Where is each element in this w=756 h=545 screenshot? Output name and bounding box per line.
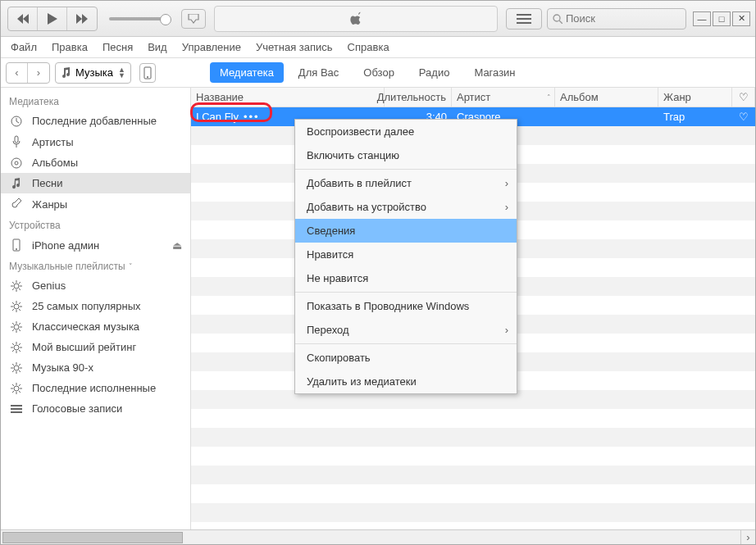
sidebar-item[interactable]: Genius (1, 275, 190, 296)
svg-line-1 (559, 20, 562, 24)
menu-separator (295, 169, 517, 170)
track-genre: Trap (658, 111, 732, 123)
svg-point-9 (16, 248, 17, 250)
gear-icon (9, 342, 24, 353)
sidebar-item[interactable]: Классическая музыка (1, 316, 190, 337)
gear-icon (9, 301, 24, 312)
airplay-button[interactable] (181, 9, 206, 29)
table-row (191, 466, 755, 484)
main-tabs: Медиатека Для Вас Обзор Радио Магазин (210, 62, 526, 83)
menu-account[interactable]: Учетная запись (249, 39, 339, 55)
context-menu-item[interactable]: Скопировать (295, 346, 517, 370)
column-headers: Название Длительность Артист˄ Альбом Жан… (191, 88, 755, 107)
prev-button[interactable] (8, 7, 38, 30)
sidebar-item[interactable]: Песни (1, 173, 190, 193)
mic-icon (9, 135, 24, 148)
love-icon[interactable]: ♡ (732, 111, 755, 123)
context-menu-item[interactable]: Переход (295, 318, 517, 342)
menu-help[interactable]: Справка (341, 39, 396, 55)
svg-point-15 (14, 386, 19, 391)
sidebar-item-label: Песни (32, 177, 63, 189)
context-menu-item[interactable]: Показать в Проводнике Windows (295, 294, 517, 318)
tab-radio[interactable]: Радио (409, 62, 460, 83)
scrollbar-thumb[interactable] (2, 532, 183, 543)
track-name: I Can Fly (196, 111, 239, 123)
context-menu-item[interactable]: Удалить из медиатеки (295, 370, 517, 393)
col-genre[interactable]: Жанр (658, 88, 732, 107)
sidebar-item[interactable]: 25 самых популярных (1, 296, 190, 316)
sidebar-item-label: Genius (32, 279, 66, 292)
menu-file[interactable]: Файл (4, 39, 43, 55)
context-menu-item[interactable]: Включить станцию (295, 143, 517, 167)
sidebar-item[interactable]: Голосовые записи (1, 398, 190, 419)
sidebar-item[interactable]: Последние добавленные (1, 111, 190, 131)
menu-song[interactable]: Песня (96, 39, 139, 55)
sidebar-group-header: Устройства (1, 215, 190, 234)
sidebar-item[interactable]: Артисты (1, 131, 190, 152)
menu-view[interactable]: Вид (141, 39, 174, 55)
minimize-button[interactable]: — (693, 11, 711, 26)
music-note-icon (61, 67, 71, 79)
media-picker-label: Музыка (75, 66, 113, 79)
sidebar-item[interactable]: Жанры (1, 193, 190, 215)
menu-controls[interactable]: Управление (175, 39, 248, 55)
sidebar-item[interactable]: iPhone админ⏏ (1, 234, 190, 256)
table-row (191, 409, 755, 428)
next-button[interactable] (67, 7, 97, 30)
sidebar-item-label: Классическая музыка (32, 320, 139, 333)
svg-point-0 (553, 15, 560, 21)
context-menu-item[interactable]: Нравится (295, 243, 517, 266)
search-box[interactable] (547, 8, 686, 30)
menu-edit[interactable]: Правка (45, 39, 94, 55)
svg-point-12 (14, 325, 19, 329)
tab-store[interactable]: Магазин (464, 62, 525, 83)
tab-browse[interactable]: Обзор (353, 62, 404, 83)
play-button[interactable] (38, 7, 67, 30)
close-button[interactable]: ✕ (732, 11, 750, 26)
gear-icon (9, 321, 24, 333)
col-artist[interactable]: Артист˄ (452, 88, 555, 107)
sidebar-item[interactable]: Альбомы (1, 152, 190, 173)
svg-rect-5 (15, 136, 18, 143)
col-duration[interactable]: Длительность (385, 88, 452, 107)
context-menu-item[interactable]: Сведения (295, 219, 517, 243)
nav-back[interactable]: ‹ (7, 63, 28, 83)
titlebar: — □ ✕ (1, 1, 755, 37)
svg-point-10 (14, 284, 19, 288)
context-menu-item[interactable]: Добавить на устройство (295, 195, 517, 219)
more-icon[interactable]: ••• (244, 111, 260, 123)
apple-logo-icon (348, 11, 363, 26)
sidebar-item[interactable]: Музыка 90-х (1, 357, 190, 378)
sidebar-item-label: Последние исполненные (32, 382, 156, 394)
window-controls: — □ ✕ (693, 11, 750, 26)
tab-foryou[interactable]: Для Вас (289, 62, 348, 83)
maximize-button[interactable]: □ (713, 11, 731, 26)
col-album[interactable]: Альбом (555, 88, 658, 107)
context-menu-item[interactable]: Добавить в плейлист (295, 171, 517, 195)
context-menu-item[interactable]: Воспроизвести далее (295, 120, 517, 143)
menubar: Файл Правка Песня Вид Управление Учетная… (1, 37, 755, 58)
tab-library[interactable]: Медиатека (210, 62, 284, 83)
search-input[interactable] (566, 12, 664, 25)
sidebar-item[interactable]: Последние исполненные (1, 378, 190, 398)
nav-forward[interactable]: › (28, 63, 49, 83)
col-name[interactable]: Название (191, 88, 385, 107)
scroll-right-button[interactable]: › (740, 530, 755, 544)
col-love[interactable]: ♡ (732, 88, 755, 107)
sort-asc-icon: ˄ (547, 93, 551, 102)
menu-separator (295, 292, 517, 293)
volume-slider[interactable] (109, 17, 166, 20)
horizontal-scrollbar[interactable]: › (1, 529, 755, 544)
disc-icon (9, 157, 24, 169)
note-icon (9, 178, 24, 189)
search-icon (553, 14, 562, 24)
media-picker[interactable]: Музыка ▲▼ (55, 62, 131, 84)
eject-icon[interactable]: ⏏ (172, 239, 182, 252)
device-button[interactable] (139, 63, 156, 83)
menu-separator (295, 343, 517, 344)
sidebar-item[interactable]: Мой высший рейтинг (1, 337, 190, 357)
sidebar-item-label: Альбомы (32, 157, 78, 169)
context-menu-item[interactable]: Не нравится (295, 266, 517, 290)
list-view-button[interactable] (506, 8, 542, 30)
chevron-updown-icon: ▲▼ (118, 67, 125, 79)
